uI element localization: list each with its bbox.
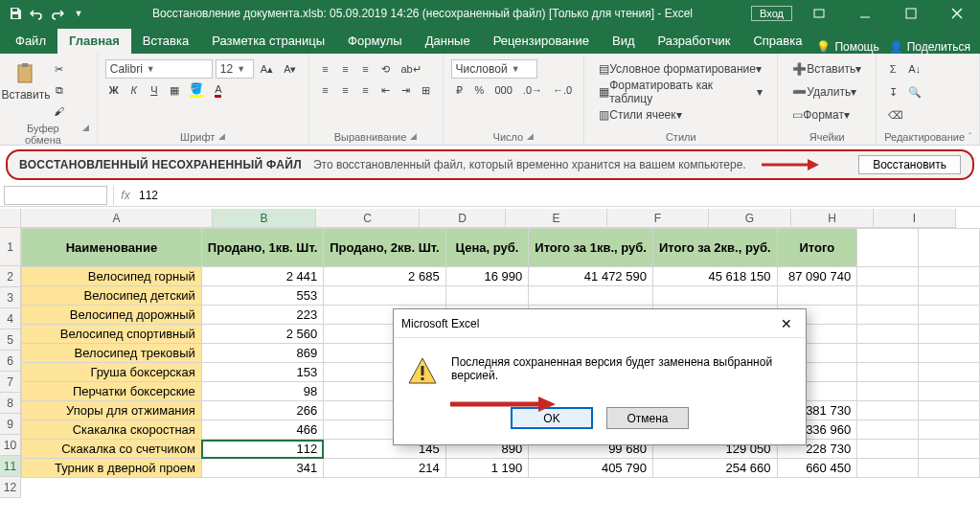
column-header[interactable]: I	[874, 209, 956, 228]
row-header[interactable]: 7	[0, 372, 21, 393]
restore-button[interactable]: Восстановить	[858, 155, 961, 174]
table-header[interactable]: Итого за 1кв., руб.	[529, 229, 653, 267]
row-header[interactable]: 9	[0, 414, 21, 435]
tell-me-button[interactable]: 💡Помощь	[816, 40, 878, 54]
dialog-launcher-icon[interactable]: ◢	[410, 131, 417, 143]
dialog-cancel-button[interactable]: Отмена	[606, 407, 689, 429]
column-header[interactable]: A	[21, 209, 213, 228]
italic-button[interactable]: К	[125, 80, 143, 100]
cell[interactable]: Перчатки боксерские	[22, 382, 202, 401]
cell[interactable]: 553	[201, 286, 323, 306]
cell[interactable]	[777, 286, 857, 306]
align-left-button[interactable]: ≡	[317, 80, 334, 100]
align-bottom-button[interactable]: ≡	[357, 59, 375, 79]
table-header[interactable]: Продано, 2кв. Шт.	[324, 229, 445, 267]
number-format-combo[interactable]: Числовой▼	[451, 59, 537, 79]
minimize-icon[interactable]	[846, 0, 884, 27]
cell[interactable]: Упоры для отжимания	[22, 401, 202, 420]
cell-styles-button[interactable]: ▥ Стили ячеек ▾	[592, 105, 688, 125]
cell[interactable]: Велосипед трековый	[22, 344, 202, 363]
font-size-combo[interactable]: 12▼	[216, 59, 254, 79]
table-header[interactable]: Итого за 2кв., руб.	[652, 229, 777, 267]
cell[interactable]: 2 441	[201, 267, 323, 286]
cell[interactable]: Велосипед дорожный	[22, 306, 202, 325]
table-header[interactable]: Наименование	[22, 229, 202, 267]
row-header[interactable]: 8	[0, 393, 21, 414]
tab-view[interactable]: Вид	[601, 29, 647, 54]
cell[interactable]: Турник в дверной проем	[22, 459, 202, 478]
formula-input[interactable]	[135, 186, 980, 205]
redo-icon[interactable]	[50, 6, 65, 21]
paste-button[interactable]: Вставить	[8, 59, 44, 103]
increase-font-button[interactable]: A▴	[257, 59, 277, 79]
cell[interactable]: 869	[201, 344, 323, 363]
decrease-decimal-button[interactable]: ←.0	[549, 80, 576, 100]
cell[interactable]: Велосипед детский	[22, 286, 202, 306]
cell[interactable]: 112	[201, 440, 323, 459]
signin-button[interactable]: Вход	[751, 6, 792, 21]
delete-cells-button[interactable]: ➖ Удалить ▾	[786, 82, 863, 102]
name-box[interactable]	[4, 186, 107, 205]
row-header[interactable]: 11	[0, 456, 21, 477]
cell[interactable]: Скакалка со счетчиком	[22, 440, 202, 459]
cell[interactable]: 98	[201, 382, 323, 401]
find-select-button[interactable]: 🔍	[904, 82, 925, 102]
undo-icon[interactable]	[29, 6, 44, 21]
cell[interactable]: 1 190	[445, 459, 529, 478]
cell[interactable]: 223	[201, 306, 323, 325]
cell[interactable]: Груша боксерская	[22, 363, 202, 382]
dialog-launcher-icon[interactable]: ◢	[218, 131, 225, 143]
cell[interactable]: 153	[201, 363, 323, 382]
cell[interactable]: 466	[201, 420, 323, 440]
clear-button[interactable]: ⌫	[884, 105, 907, 125]
indent-decrease-button[interactable]: ⇤	[377, 80, 395, 100]
tab-insert[interactable]: Вставка	[131, 29, 200, 54]
row-header[interactable]: 3	[0, 287, 21, 308]
maximize-icon[interactable]	[892, 0, 930, 27]
ribbon-options-icon[interactable]	[800, 0, 838, 27]
row-header[interactable]: 10	[0, 435, 21, 456]
copy-button[interactable]: ⧉	[50, 80, 68, 100]
tab-review[interactable]: Рецензирование	[482, 29, 601, 54]
table-header[interactable]: Цена, руб.	[445, 229, 529, 267]
cell[interactable]	[529, 286, 653, 306]
fill-color-button[interactable]: 🪣	[186, 80, 207, 100]
underline-button[interactable]: Ч	[146, 80, 163, 100]
fx-icon[interactable]: fx	[116, 189, 135, 202]
select-all-corner[interactable]	[0, 209, 21, 228]
qat-customize-icon[interactable]: ▼	[71, 6, 86, 21]
cell[interactable]: 2 685	[324, 267, 445, 286]
cell[interactable]	[445, 286, 529, 306]
align-top-button[interactable]: ≡	[317, 59, 334, 79]
cell[interactable]	[324, 286, 445, 306]
column-header[interactable]: C	[316, 209, 420, 228]
cell[interactable]	[652, 286, 777, 306]
column-header[interactable]: B	[213, 209, 316, 228]
row-header[interactable]: 5	[0, 329, 21, 351]
cell[interactable]: Скакалка скоростная	[22, 420, 202, 440]
fill-button[interactable]: ↧	[884, 82, 901, 102]
orientation-button[interactable]: ⟲	[377, 59, 395, 79]
indent-increase-button[interactable]: ⇥	[398, 80, 415, 100]
cell[interactable]: Велосипед горный	[22, 267, 202, 286]
tab-page-layout[interactable]: Разметка страницы	[200, 29, 336, 54]
format-painter-button[interactable]: 🖌	[50, 102, 68, 121]
save-icon[interactable]	[8, 6, 23, 21]
close-icon[interactable]	[938, 0, 976, 27]
cut-button[interactable]: ✂	[50, 59, 68, 79]
row-header[interactable]: 2	[0, 266, 21, 287]
comma-button[interactable]: 000	[491, 80, 516, 100]
column-header[interactable]: G	[709, 209, 791, 228]
tab-help[interactable]: Справка	[741, 29, 813, 54]
row-header[interactable]: 1	[0, 228, 21, 266]
dialog-launcher-icon[interactable]: ◢	[82, 123, 89, 146]
increase-decimal-button[interactable]: .0→	[519, 80, 546, 100]
row-header[interactable]: 6	[0, 351, 21, 372]
dialog-close-icon[interactable]: ✕	[775, 312, 798, 335]
cell[interactable]: 405 790	[529, 459, 653, 478]
cell[interactable]: 254 660	[652, 459, 777, 478]
percent-button[interactable]: %	[471, 80, 489, 100]
row-header[interactable]: 4	[0, 308, 21, 329]
accounting-button[interactable]: ₽	[451, 80, 468, 100]
tab-data[interactable]: Данные	[414, 29, 482, 54]
